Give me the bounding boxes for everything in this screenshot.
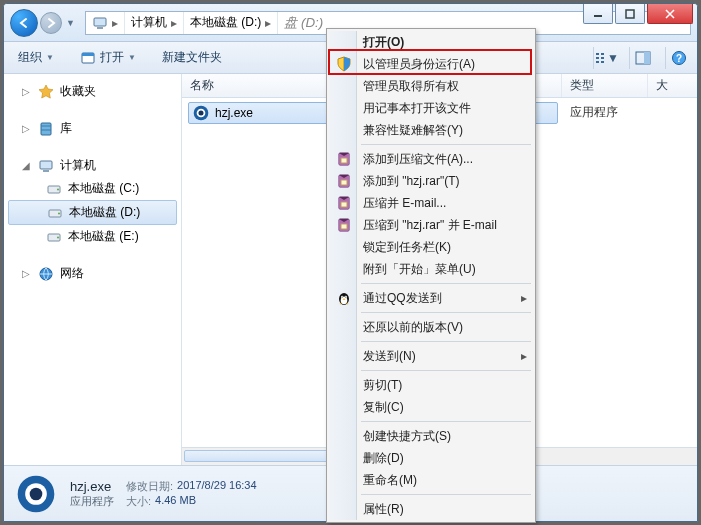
history-dropdown-icon[interactable]: ▼ (66, 18, 75, 28)
sidebar-libraries[interactable]: ▷ 库 (4, 117, 181, 140)
menu-item-label: 以管理员身份运行(A) (363, 56, 475, 73)
menu-item-label: 兼容性疑难解答(Y) (363, 122, 463, 139)
menu-item-pin[interactable]: 锁定到任务栏(K) (329, 236, 533, 258)
breadcrumb-label: 计算机 (131, 14, 167, 31)
qq-icon (335, 290, 353, 306)
help-icon: ? (671, 50, 687, 66)
menu-item-ziemail2[interactable]: 压缩到 "hzj.rar" 并 E-mail (329, 214, 533, 236)
menu-item-label: 打开(O) (363, 34, 404, 51)
sidebar-label: 本地磁盘 (E:) (68, 228, 139, 245)
menu-item-cut[interactable]: 剪切(T) (329, 374, 533, 396)
drive-icon (46, 181, 62, 197)
menu-item-label: 属性(R) (363, 501, 404, 518)
svg-text:?: ? (675, 53, 681, 64)
details-file-type: 应用程序 (70, 494, 114, 509)
menu-item-copy[interactable]: 复制(C) (329, 396, 533, 418)
menu-item-addrar[interactable]: 添加到压缩文件(A)... (329, 148, 533, 170)
sidebar-drive-e[interactable]: 本地磁盘 (E:) (4, 225, 181, 248)
details-modified: 修改日期: 2017/8/29 16:34 (126, 479, 257, 494)
details-file-name: hzj.exe (70, 479, 114, 494)
menu-item-compat[interactable]: 兼容性疑难解答(Y) (329, 119, 533, 141)
maximize-button[interactable] (615, 4, 645, 24)
menu-separator (361, 283, 531, 284)
menu-item-label: 创建快捷方式(S) (363, 428, 451, 445)
menu-item-runas[interactable]: 以管理员身份运行(A) (329, 53, 533, 75)
menu-item-rename[interactable]: 重命名(M) (329, 469, 533, 491)
menu-separator (361, 370, 531, 371)
sidebar-drive-c[interactable]: 本地磁盘 (C:) (4, 177, 181, 200)
svg-rect-21 (82, 53, 94, 56)
menu-separator (361, 341, 531, 342)
open-button[interactable]: 打开 ▼ (72, 45, 144, 70)
shield-icon (335, 56, 353, 72)
sidebar-computer[interactable]: ◢ 计算机 (4, 154, 181, 177)
menu-item-qqsend[interactable]: 通过QQ发送到▸ (329, 287, 533, 309)
open-label: 打开 (100, 49, 124, 66)
help-button[interactable]: ? (665, 47, 691, 69)
menu-item-label: 还原以前的版本(V) (363, 319, 463, 336)
menu-item-sendto[interactable]: 发送到(N)▸ (329, 345, 533, 367)
preview-icon (635, 51, 651, 65)
menu-item-notepad[interactable]: 用记事本打开该文件 (329, 97, 533, 119)
svg-rect-19 (626, 10, 634, 18)
breadcrumb-label: 本地磁盘 (D:) (190, 14, 261, 31)
menu-item-label: 添加到 "hzj.rar"(T) (363, 173, 460, 190)
context-menu: 打开(O)以管理员身份运行(A)管理员取得所有权用记事本打开该文件兼容性疑难解答… (326, 28, 536, 523)
app-icon (193, 105, 209, 121)
menu-item-label: 添加到压缩文件(A)... (363, 151, 473, 168)
menu-item-shortcut[interactable]: 创建快捷方式(S) (329, 425, 533, 447)
breadcrumb-computer[interactable]: 计算机 ▸ (125, 12, 184, 34)
col-type[interactable]: 类型 (562, 74, 648, 97)
breadcrumb-root[interactable]: ▸ (86, 12, 125, 34)
sidebar-favorites[interactable]: ▷ 收藏夹 (4, 80, 181, 103)
menu-item-label: 压缩到 "hzj.rar" 并 E-mail (363, 217, 497, 234)
menu-item-ziemail[interactable]: 压缩并 E-mail... (329, 192, 533, 214)
menu-item-label: 压缩并 E-mail... (363, 195, 446, 212)
library-icon (38, 121, 54, 137)
menu-separator (361, 421, 531, 422)
view-options-button[interactable]: ▼ (593, 47, 619, 69)
open-icon (80, 50, 96, 66)
file-name: hzj.exe (215, 106, 253, 120)
view-list-icon (594, 51, 604, 65)
menu-item-pinstart[interactable]: 附到「开始」菜单(U) (329, 258, 533, 280)
file-type-cell: 应用程序 (570, 104, 618, 121)
network-icon (38, 266, 54, 282)
menu-item-label: 锁定到任务栏(K) (363, 239, 451, 256)
new-folder-label: 新建文件夹 (162, 49, 222, 66)
breadcrumb-drive[interactable]: 本地磁盘 (D:) ▸ (184, 12, 278, 34)
menu-item-label: 发送到(N) (363, 348, 416, 365)
minimize-button[interactable] (583, 4, 613, 24)
new-folder-button[interactable]: 新建文件夹 (154, 45, 230, 70)
menu-item-restore[interactable]: 还原以前的版本(V) (329, 316, 533, 338)
menu-item-label: 复制(C) (363, 399, 404, 416)
menu-item-label: 删除(D) (363, 450, 404, 467)
sidebar-drive-d[interactable]: 本地磁盘 (D:) (8, 200, 177, 225)
menu-item-delete[interactable]: 删除(D) (329, 447, 533, 469)
menu-item-label: 附到「开始」菜单(U) (363, 261, 476, 278)
close-button[interactable] (647, 4, 693, 24)
menu-item-label: 剪切(T) (363, 377, 402, 394)
sidebar-label: 库 (60, 120, 72, 137)
rar-icon (335, 151, 353, 167)
star-icon (38, 84, 54, 100)
menu-item-open[interactable]: 打开(O) (329, 31, 533, 53)
menu-item-addrar2[interactable]: 添加到 "hzj.rar"(T) (329, 170, 533, 192)
menu-item-props[interactable]: 属性(R) (329, 498, 533, 520)
col-size[interactable]: 大 (648, 74, 697, 97)
sidebar-network[interactable]: ▷ 网络 (4, 262, 181, 285)
window-controls (583, 4, 693, 24)
menu-item-label: 通过QQ发送到 (363, 290, 442, 307)
rar-icon (335, 195, 353, 211)
menu-item-takeown[interactable]: 管理员取得所有权 (329, 75, 533, 97)
back-button[interactable] (10, 9, 38, 37)
details-app-icon (14, 472, 58, 516)
forward-button[interactable] (40, 12, 62, 34)
menu-separator (361, 144, 531, 145)
rar-icon (335, 173, 353, 189)
preview-pane-button[interactable] (629, 47, 655, 69)
svg-rect-23 (644, 52, 650, 64)
menu-separator (361, 312, 531, 313)
drive-icon (47, 205, 63, 221)
organize-button[interactable]: 组织 ▼ (10, 45, 62, 70)
